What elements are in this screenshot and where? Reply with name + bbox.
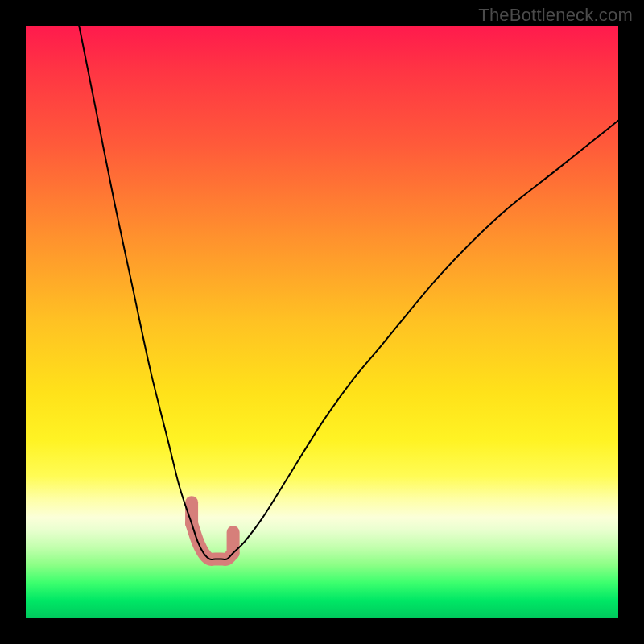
bottleneck-curve <box>79 26 618 559</box>
chart-frame: TheBottleneck.com <box>0 0 644 644</box>
plot-area <box>26 26 618 618</box>
watermark-text: TheBottleneck.com <box>478 5 633 26</box>
highlight-series <box>192 502 233 559</box>
curves-svg <box>26 26 618 618</box>
